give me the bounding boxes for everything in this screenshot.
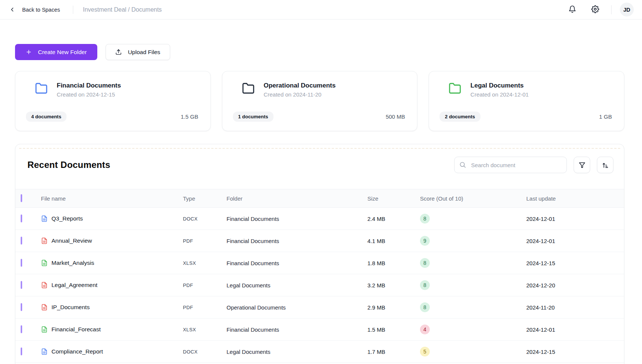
score-badge: 5 xyxy=(420,347,430,356)
folder-created: Created on 2024-12-01 xyxy=(470,91,529,98)
table-row[interactable]: Compliance_Report DOCX Legal Documents 1… xyxy=(15,341,624,363)
file-name: Financial_Forecast xyxy=(51,326,101,333)
score-badge: 4 xyxy=(420,325,430,334)
file-folder: Financial Documents xyxy=(227,238,367,244)
row-checkbox[interactable] xyxy=(21,347,22,355)
pdf-file-icon xyxy=(41,304,48,311)
sort-button[interactable] xyxy=(597,157,613,173)
upload-files-label: Upload Files xyxy=(128,49,160,56)
xlsx-file-icon xyxy=(41,260,48,266)
file-name: Market_Analysis xyxy=(51,260,94,266)
folder-created: Created on 2024-12-15 xyxy=(57,91,121,98)
documents-table: File name Type Folder Size Score (Out of… xyxy=(15,189,624,363)
file-size: 2.4 MB xyxy=(367,216,420,222)
file-folder: Legal Documents xyxy=(227,282,367,288)
folder-size: 1 GB xyxy=(599,113,613,120)
folder-name: Financial Documents xyxy=(57,82,121,89)
last-update: 2024-12-01 xyxy=(526,326,624,333)
docx-file-icon xyxy=(41,215,48,222)
notifications-button[interactable] xyxy=(566,3,579,17)
last-update: 2024-12-15 xyxy=(526,260,624,266)
column-file-name: File name xyxy=(41,195,183,202)
table-row[interactable]: Legal_Agreement PDF Legal Documents 3.2 … xyxy=(15,274,624,296)
file-type: XLSX xyxy=(183,260,227,266)
score-badge: 8 xyxy=(420,280,430,290)
column-score: Score (Out of 10) xyxy=(420,195,526,202)
row-checkbox[interactable] xyxy=(21,303,22,311)
dropzone-dashed-border xyxy=(19,148,620,149)
folder-created: Created on 2024-11-20 xyxy=(264,91,336,98)
create-folder-label: Create New Folder xyxy=(38,49,87,56)
table-row[interactable]: Q3_Reports DOCX Financial Documents 2.4 … xyxy=(15,208,624,230)
file-type: PDF xyxy=(183,305,227,310)
column-type: Type xyxy=(183,195,227,202)
folder-count-badge: 2 documents xyxy=(440,112,480,122)
xlsx-file-icon xyxy=(41,326,48,333)
breadcrumb: Investment Deal / Documents xyxy=(83,6,162,13)
last-update: 2024-12-15 xyxy=(526,349,624,355)
upload-icon xyxy=(115,49,122,55)
row-checkbox[interactable] xyxy=(21,325,22,333)
select-all-checkbox[interactable] xyxy=(21,194,22,202)
search-icon xyxy=(459,161,466,168)
file-size: 1.8 MB xyxy=(367,260,420,266)
folder-icon xyxy=(449,82,461,95)
file-folder: Financial Documents xyxy=(227,216,367,222)
file-folder: Legal Documents xyxy=(227,349,367,355)
score-badge: 9 xyxy=(420,236,430,246)
file-folder: Operational Documents xyxy=(227,304,367,311)
bell-icon xyxy=(568,5,576,13)
folder-size: 500 MB xyxy=(386,113,407,120)
file-type: DOCX xyxy=(183,349,227,355)
sort-ascending-icon xyxy=(602,162,609,169)
file-name: Annual_Review xyxy=(51,237,92,244)
folder-card-legal[interactable]: Legal Documents Created on 2024-12-01 2 … xyxy=(429,71,624,131)
folder-icon xyxy=(242,82,255,95)
settings-button[interactable] xyxy=(589,3,601,17)
file-size: 3.2 MB xyxy=(367,282,420,288)
back-button[interactable]: Back to Spaces xyxy=(9,6,60,13)
file-type: DOCX xyxy=(183,216,227,222)
section-title: Recent Documents xyxy=(27,160,110,170)
back-label: Back to Spaces xyxy=(22,7,60,13)
folder-count-badge: 4 documents xyxy=(26,112,66,122)
plus-icon xyxy=(26,49,32,55)
file-size: 4.1 MB xyxy=(367,238,420,244)
gear-icon xyxy=(591,5,599,13)
folder-size: 1.5 GB xyxy=(181,113,200,120)
table-row[interactable]: IP_Documents PDF Operational Documents 2… xyxy=(15,296,624,319)
column-last-update: Last update xyxy=(526,195,624,202)
last-update: 2024-11-20 xyxy=(526,304,624,311)
row-checkbox[interactable] xyxy=(21,259,22,267)
search-box xyxy=(454,157,567,173)
score-badge: 8 xyxy=(420,302,430,312)
search-input[interactable] xyxy=(454,157,567,173)
folder-card-operational[interactable]: Operational Documents Created on 2024-11… xyxy=(222,71,418,131)
table-header: File name Type Folder Size Score (Out of… xyxy=(15,189,624,208)
last-update: 2024-12-01 xyxy=(526,216,624,222)
folder-name: Legal Documents xyxy=(470,82,529,89)
pdf-file-icon xyxy=(41,282,48,288)
chevron-left-icon xyxy=(9,6,15,13)
docx-file-icon xyxy=(41,348,48,355)
file-size: 2.9 MB xyxy=(367,304,420,311)
filter-button[interactable] xyxy=(574,157,590,173)
folder-card-financial[interactable]: Financial Documents Created on 2024-12-1… xyxy=(15,71,211,131)
topbar: Back to Spaces Investment Deal / Documen… xyxy=(0,0,642,20)
upload-files-button[interactable]: Upload Files xyxy=(106,44,170,60)
row-checkbox[interactable] xyxy=(21,281,22,289)
column-size: Size xyxy=(367,195,420,202)
recent-documents-section: Recent Documents File xyxy=(15,144,624,364)
table-row[interactable]: Annual_Review PDF Financial Documents 4.… xyxy=(15,230,624,252)
create-folder-button[interactable]: Create New Folder xyxy=(15,44,97,60)
table-row[interactable]: Market_Analysis XLSX Financial Documents… xyxy=(15,252,624,274)
row-checkbox[interactable] xyxy=(21,237,22,245)
row-checkbox[interactable] xyxy=(21,214,22,222)
file-type: PDF xyxy=(183,238,227,244)
table-row[interactable]: Financial_Forecast XLSX Financial Docume… xyxy=(15,319,624,341)
avatar[interactable]: JD xyxy=(620,3,634,17)
file-name: Compliance_Report xyxy=(51,348,103,355)
filter-icon xyxy=(579,162,586,169)
topbar-divider xyxy=(611,5,612,14)
file-folder: Financial Documents xyxy=(227,326,367,333)
